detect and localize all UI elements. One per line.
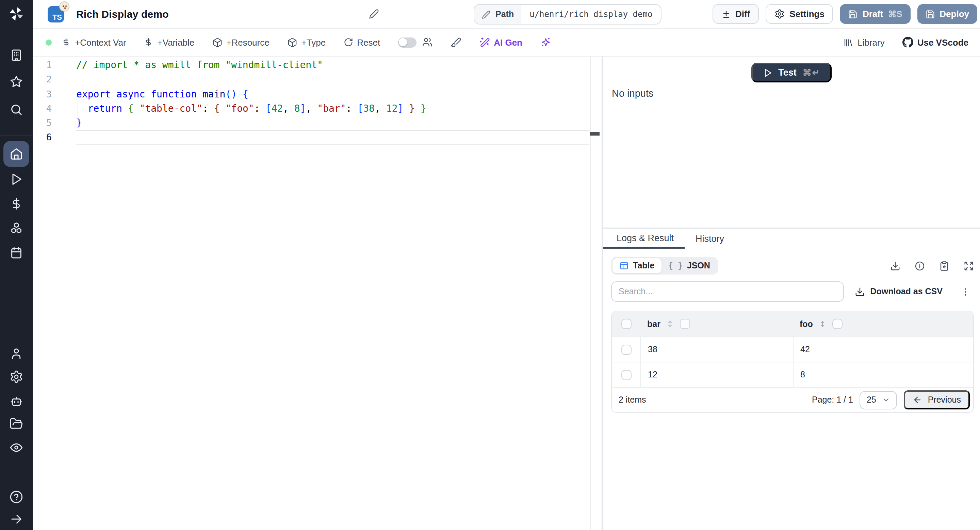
building-icon xyxy=(10,48,23,62)
view-mode-switch: Table { } JSON xyxy=(611,257,718,275)
home-icon xyxy=(10,147,23,161)
user-icon xyxy=(10,347,23,360)
braces-icon: { } xyxy=(668,261,682,270)
cubes-icon xyxy=(10,221,23,235)
sidebar-item-favorites[interactable] xyxy=(10,75,23,89)
sidebar-expand-button[interactable] xyxy=(10,512,23,526)
result-table: bar foo xyxy=(611,311,974,413)
sparkles-icon xyxy=(540,37,551,48)
sidebar-item-variables[interactable] xyxy=(10,197,23,211)
items-count: 2 items xyxy=(619,395,646,405)
previous-page-button[interactable]: Previous xyxy=(904,390,970,409)
test-button[interactable]: Test ⌘↵ xyxy=(751,63,832,82)
search-icon xyxy=(10,103,23,117)
page-indicator: Page: 1 / 1 xyxy=(812,395,853,405)
table-row[interactable]: 12 8 xyxy=(612,362,973,387)
page-size-select[interactable]: 25 xyxy=(860,391,897,409)
pencil-icon xyxy=(482,10,491,19)
no-inputs-label: No inputs xyxy=(612,88,980,99)
view-mode-table[interactable]: Table xyxy=(612,258,661,273)
view-mode-json[interactable]: { } JSON xyxy=(661,258,717,273)
diff-button[interactable]: Diff xyxy=(712,4,759,24)
sort-bar-icon[interactable] xyxy=(666,319,675,328)
sidebar-item-runs[interactable] xyxy=(10,172,23,186)
settings-button[interactable]: Settings xyxy=(765,4,833,24)
deploy-button[interactable]: Deploy xyxy=(917,4,977,24)
edit-title-pencil-icon[interactable] xyxy=(369,9,379,19)
add-context-var-button[interactable]: +Context Var xyxy=(61,37,126,47)
editor-gutter: 123456 xyxy=(33,58,76,145)
sidebar-item-home[interactable] xyxy=(3,141,29,167)
sidebar-item-settings[interactable] xyxy=(10,370,23,383)
sidebar-item-workers[interactable] xyxy=(10,394,23,408)
column-foo-checkbox[interactable] xyxy=(833,319,843,329)
download-csv-button[interactable]: Download as CSV xyxy=(854,286,943,297)
tab-logs-result[interactable]: Logs & Result xyxy=(603,229,685,249)
typescript-badge: TS xyxy=(48,6,64,22)
sidebar-item-workspace[interactable] xyxy=(10,48,23,62)
add-type-button[interactable]: +Type xyxy=(287,37,326,47)
github-icon xyxy=(902,37,913,48)
sidebar-item-resources[interactable] xyxy=(10,221,23,235)
package-icon xyxy=(212,37,222,47)
sidebar-divider xyxy=(0,136,33,136)
sidebar-item-users[interactable] xyxy=(10,347,23,360)
column-bar-checkbox[interactable] xyxy=(680,319,690,329)
table-row[interactable]: 38 42 xyxy=(612,337,973,362)
sidebar-item-audit-logs[interactable] xyxy=(10,441,23,454)
format-brush-button[interactable] xyxy=(450,37,461,48)
content-split: 123456 // import * as wmill from "windmi… xyxy=(33,57,980,530)
sort-foo-icon[interactable] xyxy=(818,319,827,328)
use-vscode-button[interactable]: Use VScode xyxy=(902,37,969,48)
table-header-row: bar foo xyxy=(612,311,973,337)
search-input[interactable] xyxy=(611,281,844,302)
expand-icon[interactable] xyxy=(964,260,974,271)
gear-icon xyxy=(775,9,785,19)
results-area: Table { } JSON xyxy=(603,249,980,530)
sidebar-item-schedules[interactable] xyxy=(10,246,23,260)
test-shortcut: ⌘↵ xyxy=(803,67,821,78)
row-checkbox[interactable] xyxy=(621,344,631,354)
sidebar-item-folders[interactable] xyxy=(10,417,23,431)
package-icon xyxy=(287,37,298,47)
dollar-icon xyxy=(144,37,153,47)
tab-history[interactable]: History xyxy=(685,229,735,249)
chevron-down-icon xyxy=(882,396,891,404)
table-menu-kebab-icon[interactable] xyxy=(960,286,970,297)
script-emoji xyxy=(59,1,69,11)
magic-wand-icon xyxy=(479,37,490,48)
table-icon xyxy=(619,261,629,270)
add-variable-button[interactable]: +Variable xyxy=(144,37,195,47)
sidebar-item-search[interactable] xyxy=(10,103,23,117)
reset-button[interactable]: Reset xyxy=(343,37,380,47)
sparkles-button[interactable] xyxy=(540,37,551,48)
code-editor[interactable]: 123456 // import * as wmill from "windmi… xyxy=(33,57,601,530)
status-dot xyxy=(46,39,52,45)
path-control[interactable]: Path u/henri/rich_display_demo xyxy=(474,4,661,24)
refresh-icon xyxy=(343,37,353,47)
draft-shortcut: ⌘S xyxy=(888,9,902,19)
select-all-checkbox[interactable] xyxy=(621,319,631,329)
add-resource-button[interactable]: +Resource xyxy=(212,37,269,47)
eye-icon xyxy=(10,441,23,454)
arrow-left-icon xyxy=(913,395,923,405)
brush-icon xyxy=(450,37,461,48)
windmill-logo-icon[interactable] xyxy=(8,5,25,22)
sidebar-item-help[interactable] xyxy=(9,490,24,504)
library-button[interactable]: Library xyxy=(843,37,885,47)
typescript-badge-label: TS xyxy=(52,13,62,21)
download-result-icon[interactable] xyxy=(890,260,900,271)
ai-gen-button[interactable]: AI Gen xyxy=(479,37,522,48)
cell-foo: 8 xyxy=(793,362,973,387)
row-checkbox[interactable] xyxy=(621,370,631,380)
table-controls: Download as CSV xyxy=(611,281,974,302)
editor-scrollbar-track[interactable] xyxy=(590,57,591,530)
diff-icon xyxy=(721,9,730,19)
copy-to-clipboard-icon[interactable] xyxy=(939,260,950,271)
code-lines[interactable]: // import * as wmill from "windmill-clie… xyxy=(76,58,588,145)
multiplayer-toggle[interactable] xyxy=(398,37,416,47)
folder-open-icon xyxy=(10,417,23,431)
info-icon[interactable] xyxy=(915,260,925,271)
path-value: u/henri/rich_display_demo xyxy=(521,5,660,24)
draft-button[interactable]: Draft ⌘S xyxy=(840,4,910,24)
